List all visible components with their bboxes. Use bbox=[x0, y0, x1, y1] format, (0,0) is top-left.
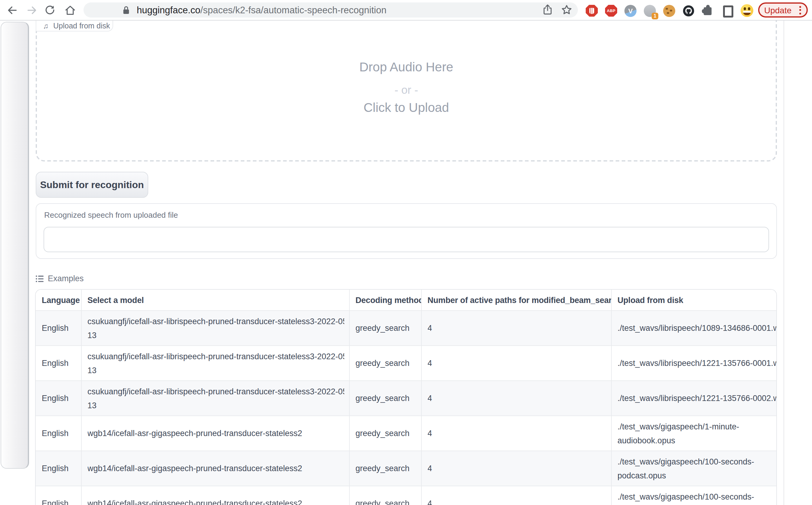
column-header: Decoding method bbox=[349, 290, 421, 311]
table-cell[interactable]: greedy_search bbox=[349, 381, 421, 416]
examples-table-header-row: LanguageSelect a modelDecoding methodNum… bbox=[36, 290, 777, 311]
table-cell[interactable]: ./test_wavs/librispeech/1221-135766-0001… bbox=[611, 346, 777, 381]
dropzone-text-line3: Click to Upload bbox=[37, 101, 776, 115]
extensions-row: ABP V 1 bbox=[586, 4, 753, 17]
column-header: Select a model bbox=[81, 290, 349, 311]
tab-upload-from-disk[interactable]: ♫ Upload from disk bbox=[36, 21, 113, 31]
table-row[interactable]: Englishwgb14/icefall-asr-gigaspeech-prun… bbox=[36, 486, 777, 505]
dropzone-text-line1: Drop Audio Here bbox=[37, 60, 776, 74]
examples-table-body: Englishcsukuangfj/icefall-asr-librispeec… bbox=[36, 311, 777, 505]
adblock-plus-extension-icon[interactable]: ABP bbox=[605, 5, 617, 17]
table-cell[interactable]: English bbox=[36, 451, 81, 486]
upload-tab-label: Upload from disk bbox=[53, 21, 110, 30]
table-cell[interactable]: greedy_search bbox=[349, 346, 421, 381]
lock-icon bbox=[122, 5, 130, 14]
table-cell[interactable]: 4 bbox=[421, 451, 611, 486]
table-cell[interactable]: ./test_wavs/librispeech/1221-135766-0002… bbox=[611, 381, 777, 416]
back-button[interactable] bbox=[5, 4, 18, 16]
audio-dropzone[interactable]: Drop Audio Here - or - Click to Upload bbox=[36, 21, 777, 161]
recognized-speech-textbox[interactable] bbox=[43, 227, 769, 252]
table-cell[interactable]: wgb14/icefall-asr-gigaspeech-pruned-tran… bbox=[81, 416, 349, 451]
share-button[interactable] bbox=[542, 4, 554, 16]
table-cell[interactable]: greedy_search bbox=[349, 311, 421, 346]
github-extension-icon[interactable] bbox=[683, 5, 695, 17]
cookie-extension-icon[interactable] bbox=[663, 5, 675, 17]
bookmark-button[interactable] bbox=[560, 4, 573, 16]
chrome-update-button[interactable]: Update bbox=[758, 2, 808, 18]
kebab-menu-icon[interactable] bbox=[799, 6, 801, 14]
table-row[interactable]: Englishwgb14/icefall-asr-gigaspeech-prun… bbox=[36, 451, 777, 486]
table-cell[interactable]: wgb14/icefall-asr-gigaspeech-pruned-tran… bbox=[81, 486, 349, 505]
table-row[interactable]: Englishwgb14/icefall-asr-gigaspeech-prun… bbox=[36, 416, 777, 451]
table-cell[interactable]: greedy_search bbox=[349, 451, 421, 486]
url-text: huggingface.co/spaces/k2-fsa/automatic-s… bbox=[137, 2, 386, 18]
content-right-border bbox=[784, 21, 784, 505]
split-window-icon[interactable] bbox=[721, 5, 733, 17]
browser-toolbar: huggingface.co/spaces/k2-fsa/automatic-s… bbox=[0, 0, 812, 20]
url-path: /spaces/k2-fsa/automatic-speech-recognit… bbox=[200, 5, 386, 15]
column-header: Language bbox=[36, 290, 81, 311]
profile-avatar-icon[interactable]: 1 bbox=[644, 5, 656, 17]
url-domain: huggingface.co bbox=[137, 5, 200, 15]
table-cell[interactable]: ./test_wavs/librispeech/1089-134686-0001… bbox=[611, 311, 777, 346]
examples-header: Examples bbox=[36, 274, 84, 283]
ublock-extension-icon[interactable] bbox=[586, 5, 598, 17]
table-cell[interactable]: csukuangfj/icefall-asr-librispeech-prune… bbox=[81, 346, 349, 381]
table-cell[interactable]: English bbox=[36, 381, 81, 416]
reload-button[interactable] bbox=[43, 4, 56, 16]
list-icon bbox=[36, 275, 43, 282]
update-label: Update bbox=[764, 5, 791, 15]
table-cell[interactable]: English bbox=[36, 486, 81, 505]
home-button[interactable] bbox=[63, 4, 76, 16]
table-cell[interactable]: English bbox=[36, 416, 81, 451]
smiley-extension-icon[interactable] bbox=[740, 4, 753, 17]
music-note-icon: ♫ bbox=[43, 22, 48, 29]
table-row[interactable]: Englishcsukuangfj/icefall-asr-librispeec… bbox=[36, 311, 777, 346]
page-content: Drop Audio Here - or - Click to Upload ♫… bbox=[0, 21, 812, 505]
table-row[interactable]: Englishcsukuangfj/icefall-asr-librispeec… bbox=[36, 381, 777, 416]
share-icon bbox=[542, 4, 554, 16]
table-cell[interactable]: 4 bbox=[421, 381, 611, 416]
table-cell[interactable]: greedy_search bbox=[349, 416, 421, 451]
submit-button[interactable]: Submit for recognition bbox=[36, 172, 148, 198]
table-cell[interactable]: wgb14/icefall-asr-gigaspeech-pruned-tran… bbox=[81, 451, 349, 486]
column-header: Number of active paths for modified_beam… bbox=[421, 290, 611, 311]
column-header: Upload from disk bbox=[611, 290, 777, 311]
table-cell[interactable]: greedy_search bbox=[349, 486, 421, 505]
table-cell[interactable]: 4 bbox=[421, 311, 611, 346]
table-cell[interactable]: 4 bbox=[421, 346, 611, 381]
table-cell[interactable]: 4 bbox=[421, 486, 611, 505]
back-icon bbox=[6, 4, 18, 16]
table-cell[interactable]: csukuangfj/icefall-asr-librispeech-prune… bbox=[81, 311, 349, 346]
recognized-speech-label: Recognized speech from uploaded file bbox=[44, 210, 178, 219]
table-cell[interactable]: English bbox=[36, 311, 81, 346]
table-cell[interactable]: csukuangfj/icefall-asr-librispeech-prune… bbox=[81, 381, 349, 416]
star-icon bbox=[560, 4, 573, 16]
forward-icon bbox=[26, 4, 38, 16]
notification-badge: 1 bbox=[652, 12, 658, 19]
reload-icon bbox=[44, 4, 56, 16]
examples-table: LanguageSelect a modelDecoding methodNum… bbox=[35, 289, 777, 505]
browser-window: huggingface.co/spaces/k2-fsa/automatic-s… bbox=[0, 0, 812, 505]
table-cell[interactable]: English bbox=[36, 346, 81, 381]
table-cell[interactable]: 4 bbox=[421, 416, 611, 451]
left-side-panel bbox=[1, 22, 29, 469]
examples-label: Examples bbox=[48, 274, 84, 283]
extensions-menu-icon[interactable] bbox=[702, 5, 714, 17]
forward-button[interactable] bbox=[25, 4, 38, 16]
table-cell[interactable]: ./test_wavs/gigaspeech/1-minute- audiobo… bbox=[611, 416, 777, 451]
address-bar[interactable]: huggingface.co/spaces/k2-fsa/automatic-s… bbox=[84, 2, 578, 18]
table-cell[interactable]: ./test_wavs/gigaspeech/100-seconds- podc… bbox=[611, 486, 777, 505]
dropzone-text-line2: - or - bbox=[37, 83, 776, 97]
recognized-speech-panel: Recognized speech from uploaded file bbox=[36, 203, 777, 259]
table-cell[interactable]: ./test_wavs/gigaspeech/100-seconds- podc… bbox=[611, 451, 777, 486]
table-row[interactable]: Englishcsukuangfj/icefall-asr-librispeec… bbox=[36, 346, 777, 381]
home-icon bbox=[64, 4, 76, 16]
vimium-extension-icon[interactable]: V bbox=[625, 5, 637, 17]
